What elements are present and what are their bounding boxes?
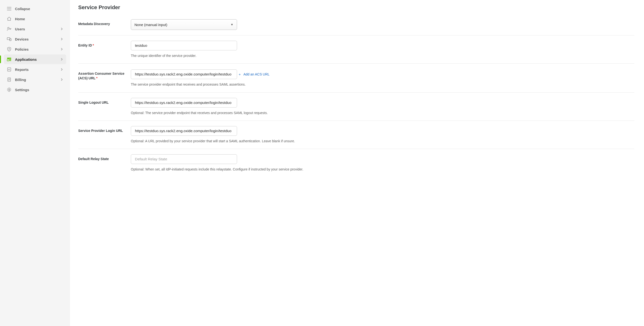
label-slo-url: Single Logout URL — [78, 98, 131, 105]
sidebar-item-devices[interactable]: Devices — [4, 34, 66, 44]
sp-login-url-input[interactable] — [131, 126, 237, 136]
applications-icon — [7, 57, 12, 62]
sidebar-item-label: Users — [15, 27, 25, 31]
slo-url-helper: Optional: The service provider endpoint … — [131, 110, 634, 115]
row-sp-login-url: Service Provider Login URL Optional: A U… — [78, 121, 634, 149]
menu-icon — [7, 6, 12, 11]
devices-icon — [7, 37, 12, 41]
billing-icon — [7, 77, 12, 82]
svg-point-3 — [8, 27, 9, 29]
default-relay-state-input[interactable] — [131, 154, 237, 164]
sidebar-item-users[interactable]: Users — [4, 24, 66, 34]
metadata-discovery-value: None (manual input) — [134, 23, 167, 27]
row-slo-url: Single Logout URL Optional: The service … — [78, 92, 634, 121]
metadata-discovery-select[interactable]: None (manual input) ▼ — [131, 19, 237, 30]
label-metadata-discovery: Metadata Discovery — [78, 19, 131, 26]
sidebar-item-reports[interactable]: Reports — [4, 65, 66, 74]
sidebar-item-label: Reports — [15, 67, 29, 72]
row-default-relay-state: Default Relay State Optional: When set, … — [78, 149, 634, 177]
sidebar-collapse-label: Collapse — [15, 7, 30, 11]
label-acs-url: Assertion Consumer Service (ACS) URL* — [78, 69, 131, 80]
svg-rect-12 — [10, 59, 11, 60]
label-default-relay-state: Default Relay State — [78, 154, 131, 161]
chevron-right-icon — [60, 67, 63, 72]
main-content: Service Provider Metadata Discovery None… — [70, 0, 644, 326]
home-icon — [7, 16, 12, 21]
label-entity-id: Entity ID* — [78, 41, 131, 48]
chevron-down-icon: ▼ — [230, 23, 234, 26]
plus-icon: ＋ — [238, 73, 242, 76]
sp-login-url-helper: Optional: A URL provided by your service… — [131, 139, 634, 143]
sidebar-item-home[interactable]: Home — [4, 14, 66, 24]
required-marker: * — [96, 76, 98, 80]
entity-id-input[interactable] — [131, 41, 237, 50]
sidebar-item-label: Applications — [15, 57, 37, 61]
acs-url-input[interactable] — [131, 69, 237, 79]
label-sp-login-url: Service Provider Login URL — [78, 126, 131, 133]
reports-icon — [7, 67, 12, 72]
required-marker: * — [93, 43, 94, 47]
gear-icon — [7, 87, 12, 92]
shield-icon — [7, 47, 12, 52]
sidebar-item-label: Home — [15, 17, 25, 21]
default-relay-state-helper: Optional: When set, all IdP-initiated re… — [131, 167, 634, 172]
chevron-right-icon — [60, 27, 63, 31]
entity-id-helper: The unique identifier of the service pro… — [131, 53, 634, 58]
chevron-right-icon — [60, 78, 63, 82]
page-title: Service Provider — [78, 4, 634, 10]
sidebar-item-label: Billing — [15, 78, 26, 82]
sidebar-item-billing[interactable]: Billing — [4, 75, 66, 84]
add-acs-url-label: Add an ACS URL — [243, 72, 270, 76]
sidebar: Collapse Home Users Devices Policies — [0, 0, 70, 326]
slo-url-input[interactable] — [131, 98, 237, 107]
sidebar-item-settings[interactable]: Settings — [4, 85, 66, 94]
row-entity-id: Entity ID* The unique identifier of the … — [78, 35, 634, 63]
sidebar-collapse[interactable]: Collapse — [4, 4, 66, 13]
row-acs-url: Assertion Consumer Service (ACS) URL* ＋ … — [78, 63, 634, 92]
add-acs-url-link[interactable]: ＋ Add an ACS URL — [238, 72, 270, 76]
sidebar-item-applications[interactable]: Applications — [4, 54, 66, 64]
users-icon — [7, 26, 12, 31]
chevron-right-icon — [60, 47, 63, 51]
chevron-right-icon — [60, 37, 63, 41]
row-metadata-discovery: Metadata Discovery None (manual input) ▼ — [78, 17, 634, 35]
sidebar-item-policies[interactable]: Policies — [4, 44, 66, 54]
sidebar-item-label: Devices — [15, 37, 29, 41]
svg-rect-13 — [10, 60, 11, 61]
chevron-right-icon — [60, 57, 63, 61]
svg-rect-11 — [7, 59, 9, 61]
svg-point-8 — [9, 48, 10, 49]
sidebar-item-label: Settings — [15, 88, 29, 92]
svg-point-22 — [9, 89, 10, 90]
sidebar-item-label: Policies — [15, 47, 29, 51]
svg-rect-10 — [7, 58, 11, 59]
acs-url-helper: The service provider endpoint that recei… — [131, 82, 634, 87]
